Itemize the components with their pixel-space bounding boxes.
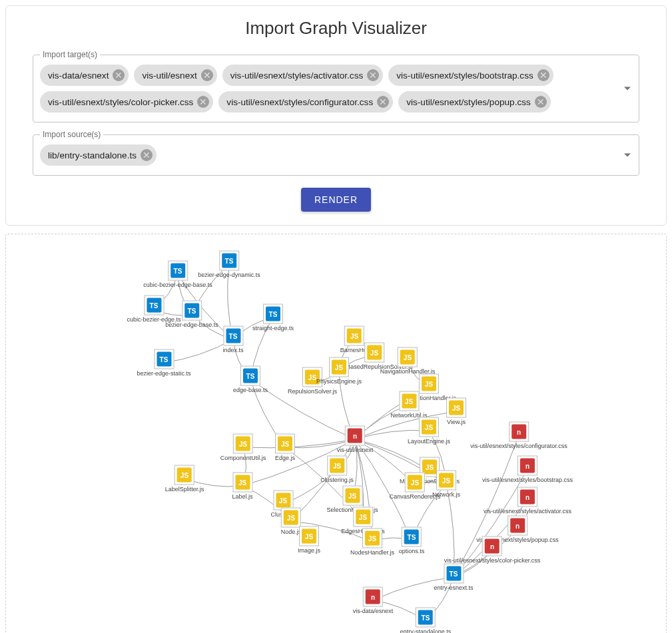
chip-label: vis-util/esnext/styles/color-picker.css bbox=[48, 97, 193, 107]
graph-edge bbox=[339, 339, 354, 371]
graph-edge bbox=[355, 439, 372, 542]
graph-edge bbox=[242, 439, 355, 486]
targets-field[interactable]: Import target(s) vis-data/esnext✕vis-uti… bbox=[33, 55, 639, 122]
render-button[interactable]: RENDER bbox=[301, 188, 371, 212]
graph-canvas: TScubic-bezier-edge-base.tsTSbezier-edge… bbox=[6, 234, 666, 633]
sources-field[interactable]: Import source(s) lib/entry-standalone.ts… bbox=[33, 134, 639, 176]
graph-edge bbox=[233, 339, 250, 379]
chip[interactable]: vis-data/esnext✕ bbox=[40, 65, 129, 86]
graph-edge bbox=[408, 361, 429, 387]
graph-edge bbox=[154, 309, 192, 316]
graph-edge bbox=[178, 274, 192, 314]
graph-edge bbox=[454, 501, 527, 577]
graph-panel[interactable]: TScubic-bezier-edge-base.tsTSbezier-edge… bbox=[5, 234, 667, 633]
graph-edge bbox=[242, 447, 246, 486]
graph-edge bbox=[291, 521, 309, 540]
chip-label: vis-util/esnext/styles/bootstrap.css bbox=[396, 71, 533, 81]
graph-edge bbox=[192, 314, 233, 339]
graph-edge bbox=[291, 521, 372, 542]
graph-edge bbox=[250, 379, 355, 439]
chip[interactable]: vis-util/esnext/styles/color-picker.css✕ bbox=[40, 91, 213, 112]
graph-edge bbox=[184, 479, 242, 487]
targets-chips: vis-data/esnext✕vis-util/esnext✕vis-util… bbox=[40, 65, 616, 112]
graph-edge bbox=[355, 405, 409, 439]
graph-edge bbox=[355, 439, 446, 484]
chip[interactable]: vis-util/esnext/styles/popup.css✕ bbox=[398, 91, 551, 112]
chip-label: vis-data/esnext bbox=[48, 71, 109, 81]
graph-edge bbox=[426, 577, 454, 621]
close-icon[interactable]: ✕ bbox=[377, 96, 389, 108]
graph-edge bbox=[178, 274, 233, 339]
graph-edge bbox=[192, 264, 229, 314]
graph-edge bbox=[285, 439, 355, 448]
graph-edge bbox=[250, 379, 285, 447]
sources-chips: lib/entry-standalone.ts✕ bbox=[40, 144, 616, 166]
page-title: Import Graph Visualizer bbox=[33, 18, 639, 39]
graph-edge bbox=[373, 577, 454, 600]
targets-legend: Import target(s) bbox=[40, 50, 100, 59]
close-icon[interactable]: ✕ bbox=[537, 69, 549, 81]
chip[interactable]: vis-util/esnext/styles/configurator.css✕ bbox=[218, 91, 393, 112]
graph-edge bbox=[415, 481, 446, 486]
control-card: Import Graph Visualizer Import target(s)… bbox=[5, 5, 667, 226]
close-icon[interactable]: ✕ bbox=[197, 96, 209, 108]
chip[interactable]: lib/entry-standalone.ts✕ bbox=[40, 144, 157, 166]
graph-edge bbox=[154, 274, 178, 309]
chevron-down-icon[interactable] bbox=[624, 154, 631, 157]
graph-edge bbox=[352, 439, 357, 499]
chip-label: lib/entry-standalone.ts bbox=[48, 150, 137, 160]
chip[interactable]: vis-util/esnext✕ bbox=[134, 65, 216, 86]
sources-legend: Import source(s) bbox=[40, 130, 103, 139]
graph-edge bbox=[283, 469, 337, 504]
chip-label: vis-util/esnext/styles/activator.css bbox=[230, 71, 363, 81]
chip-label: vis-util/esnext bbox=[142, 71, 196, 81]
graph-edge bbox=[373, 600, 426, 621]
graph-edge bbox=[429, 431, 446, 484]
graph-edge bbox=[164, 339, 233, 363]
close-icon[interactable]: ✕ bbox=[367, 69, 379, 81]
graph-edge bbox=[355, 439, 415, 486]
close-icon[interactable]: ✕ bbox=[113, 69, 125, 81]
graph-edge bbox=[454, 435, 519, 577]
graph-edge bbox=[339, 356, 374, 371]
chevron-down-icon[interactable] bbox=[624, 87, 631, 91]
graph-edge bbox=[250, 317, 273, 379]
chip-label: vis-util/esnext/styles/popup.css bbox=[406, 97, 531, 107]
close-icon[interactable]: ✕ bbox=[141, 149, 153, 161]
graph-edge bbox=[312, 371, 339, 381]
graph-edge bbox=[446, 484, 454, 577]
graph-edge bbox=[454, 550, 492, 577]
close-icon[interactable]: ✕ bbox=[201, 69, 213, 81]
graph-edge bbox=[412, 484, 446, 540]
graph-edge bbox=[372, 538, 412, 542]
graph-edge bbox=[291, 439, 355, 521]
graph-edge bbox=[339, 371, 355, 439]
graph-edge bbox=[454, 469, 527, 577]
chip[interactable]: vis-util/esnext/styles/bootstrap.css✕ bbox=[388, 65, 553, 86]
graph-edge bbox=[228, 264, 233, 339]
chip[interactable]: vis-util/esnext/styles/activator.css✕ bbox=[222, 65, 383, 86]
chip-label: vis-util/esnext/styles/configurator.css bbox=[226, 97, 373, 107]
graph-edge bbox=[355, 439, 412, 540]
close-icon[interactable]: ✕ bbox=[535, 96, 547, 108]
